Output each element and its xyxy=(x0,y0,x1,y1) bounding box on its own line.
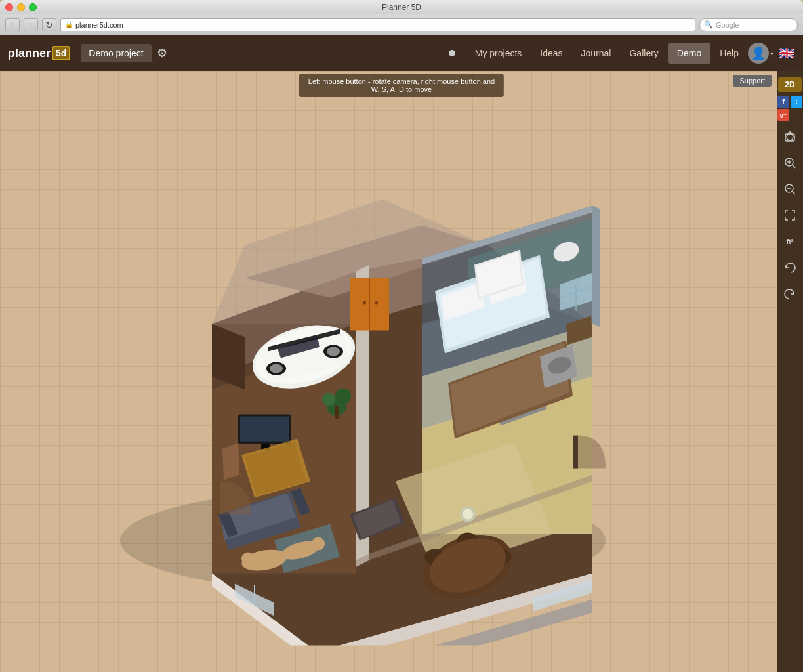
right-toolbar: 2D f t g+ xyxy=(777,71,803,672)
svg-point-37 xyxy=(322,393,335,406)
browser-bar: ‹ › ↻ 🔒 planner5d.com 🔍 Google xyxy=(0,14,803,35)
url-bar[interactable]: 🔒 planner5d.com xyxy=(60,18,695,32)
svg-line-90 xyxy=(793,165,795,168)
search-bar[interactable]: 🔍 Google xyxy=(699,18,798,32)
svg-point-50 xyxy=(312,537,325,551)
svg-rect-79 xyxy=(573,436,578,469)
search-placeholder: Google xyxy=(716,21,739,29)
measurements-button[interactable]: ft² xyxy=(778,230,802,253)
support-button[interactable]: Support xyxy=(733,75,772,87)
logo-text: planner xyxy=(8,47,51,60)
twitter-icon[interactable]: t xyxy=(791,96,802,108)
facebook-icon[interactable]: f xyxy=(777,96,789,108)
zoom-out-button[interactable] xyxy=(778,177,802,201)
minimize-button[interactable] xyxy=(17,3,25,11)
nav-help[interactable]: Help xyxy=(710,43,748,64)
zoom-in-button[interactable] xyxy=(778,151,802,175)
url-text: planner5d.com xyxy=(75,21,123,29)
svg-point-38 xyxy=(335,388,351,404)
floorplan-container xyxy=(107,173,619,646)
refresh-button[interactable]: ↻ xyxy=(42,18,56,32)
app-container: planner 5d Demo project ⚙ My projects Id… xyxy=(0,35,803,672)
svg-point-28 xyxy=(327,347,340,356)
tooltip-text: Left mouse button - rotate camera, right… xyxy=(308,77,495,93)
social-icons: f t g+ xyxy=(777,96,802,121)
undo-button[interactable] xyxy=(778,256,802,280)
maximize-button[interactable] xyxy=(29,3,37,11)
nav-journal[interactable]: Journal xyxy=(572,43,621,64)
googleplus-icon[interactable]: g+ xyxy=(777,109,789,121)
window-chrome: Planner 5D xyxy=(0,0,803,14)
svg-point-87 xyxy=(787,134,793,140)
svg-rect-31 xyxy=(363,301,366,304)
settings-icon[interactable]: ⚙ xyxy=(157,46,167,60)
svg-point-48 xyxy=(241,553,255,566)
forward-button[interactable]: › xyxy=(24,18,38,32)
nav-gallery[interactable]: Gallery xyxy=(620,43,667,64)
window-title: Planner 5D xyxy=(382,3,421,12)
back-button[interactable]: ‹ xyxy=(5,18,20,32)
nav-demo[interactable]: Demo xyxy=(668,43,710,64)
project-name[interactable]: Demo project xyxy=(81,44,151,62)
svg-rect-78 xyxy=(215,482,220,514)
url-secure-icon: 🔒 xyxy=(65,21,73,28)
search-icon: 🔍 xyxy=(704,20,713,29)
svg-rect-32 xyxy=(375,301,378,304)
view-2d-button[interactable]: 2D xyxy=(778,77,802,92)
svg-marker-83 xyxy=(222,444,239,480)
floorplan-svg xyxy=(107,173,619,646)
screenshot-button[interactable] xyxy=(778,125,802,148)
camera-tooltip: Left mouse button - rotate camera, right… xyxy=(299,74,504,97)
svg-rect-39 xyxy=(335,406,339,419)
avatar[interactable]: 👤 xyxy=(748,43,769,64)
redo-button[interactable] xyxy=(778,282,802,306)
nav-ideas[interactable]: Ideas xyxy=(531,43,571,64)
svg-line-94 xyxy=(793,192,795,194)
logo-5d: 5d xyxy=(52,46,70,60)
close-button[interactable] xyxy=(5,3,13,11)
svg-rect-34 xyxy=(240,417,289,442)
svg-marker-15 xyxy=(592,206,600,327)
top-nav: planner 5d Demo project ⚙ My projects Id… xyxy=(0,35,803,71)
logo[interactable]: planner 5d xyxy=(8,46,70,60)
nav-status-dot xyxy=(449,50,455,56)
language-flag[interactable]: 🇬🇧 xyxy=(779,45,795,61)
svg-point-27 xyxy=(270,364,283,373)
svg-point-67 xyxy=(463,509,473,520)
nav-my-projects[interactable]: My projects xyxy=(466,43,531,64)
canvas-area[interactable] xyxy=(0,71,777,672)
avatar-chevron[interactable]: ▾ xyxy=(770,50,773,57)
fullscreen-button[interactable] xyxy=(778,203,802,227)
